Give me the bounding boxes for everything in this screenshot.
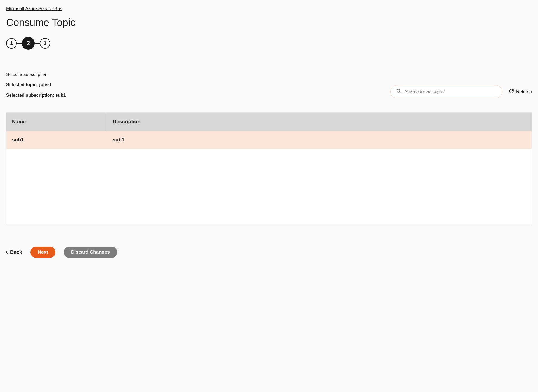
svg-point-0 [397,89,400,92]
step-connector [17,43,22,44]
svg-line-1 [399,92,401,93]
cell-name: sub1 [6,131,107,149]
selected-subscription-label: Selected subscription: sub1 [6,93,66,98]
refresh-button[interactable]: Refresh [509,89,532,95]
footer-buttons: Back Next Discard Changes [6,247,532,258]
back-button[interactable]: Back [6,249,22,255]
refresh-label: Refresh [516,89,532,94]
cell-description: sub1 [107,131,532,149]
step-1[interactable]: 1 [6,38,17,49]
step-2[interactable]: 2 [22,37,35,50]
step-3[interactable]: 3 [40,38,50,49]
column-header-name[interactable]: Name [6,113,107,131]
table-row[interactable]: sub1 sub1 [6,131,532,149]
chevron-left-icon [6,251,9,254]
subscription-table: Name Description sub1 sub1 [6,113,532,149]
refresh-icon [509,89,514,95]
back-label: Back [10,249,22,255]
next-button[interactable]: Next [30,247,55,258]
search-icon [396,89,401,95]
selected-topic-label: Selected topic: jbtest [6,82,66,87]
breadcrumb[interactable]: Microsoft Azure Service Bus [6,6,62,11]
column-header-description[interactable]: Description [107,113,532,131]
discard-button[interactable]: Discard Changes [64,247,117,258]
step-connector [35,43,40,44]
instruction-text: Select a subscription [6,72,532,77]
subscription-table-container: Name Description sub1 sub1 [6,112,532,224]
stepper: 1 2 3 [6,37,532,50]
page-title: Consume Topic [6,17,532,29]
search-input[interactable] [405,89,496,94]
search-input-wrapper[interactable] [390,85,502,98]
table-header-row: Name Description [6,113,532,131]
